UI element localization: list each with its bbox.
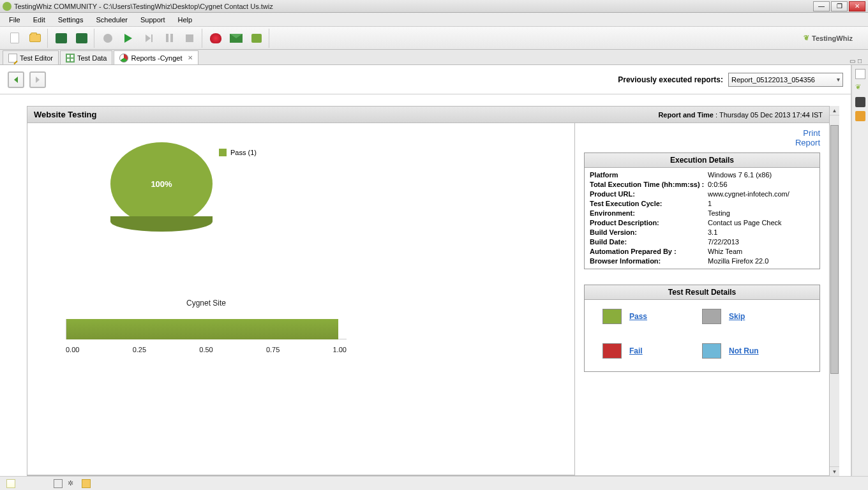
- exec-detail-row: Total Execution Time (hh:mm:ss) :0:0:56: [590, 180, 814, 189]
- mail-icon: [230, 34, 243, 43]
- print-link[interactable]: Print: [584, 128, 820, 138]
- prev-reports-label: Previously executed reports:: [618, 75, 723, 84]
- fail-link[interactable]: Fail: [629, 346, 643, 355]
- skip-link[interactable]: Skip: [729, 312, 745, 321]
- arrow-left-icon: [12, 76, 20, 84]
- bug-icon: [210, 33, 221, 43]
- brand-text: TestingWhiz: [812, 34, 853, 42]
- pie-chart-icon: [119, 54, 128, 63]
- tick: 0.75: [266, 346, 280, 353]
- report-header: Website Testing Report and Time : Thursd…: [27, 107, 829, 123]
- export-excel-alt-button[interactable]: [72, 29, 91, 47]
- arrow-right-icon: [34, 76, 41, 84]
- detail-pane: Print Report Execution Details PlatformW…: [575, 123, 829, 475]
- bar-plot-area: [66, 319, 347, 339]
- brand-icon: ❦: [804, 34, 809, 42]
- menu-help[interactable]: Help: [172, 15, 199, 25]
- pie-side: [110, 216, 213, 232]
- tick: 0.25: [133, 346, 146, 353]
- play-button[interactable]: [119, 29, 138, 47]
- brand-logo: ❦ TestingWhiz: [804, 34, 865, 42]
- sidebar-app-icon[interactable]: ❦: [855, 83, 865, 93]
- folder-icon: [29, 34, 41, 42]
- scroll-up-arrow[interactable]: ▲: [830, 106, 839, 115]
- exec-detail-row: Product Description:Contact us Page Chec…: [590, 218, 814, 228]
- exec-key: Total Execution Time (hh:mm:ss) :: [590, 180, 708, 189]
- notrun-swatch: [702, 343, 721, 359]
- excel-icon: [76, 33, 87, 43]
- sidebar-orange-icon[interactable]: [855, 111, 865, 121]
- status-icon-1[interactable]: [6, 479, 15, 488]
- menu-support[interactable]: Support: [134, 15, 172, 25]
- new-file-button[interactable]: [5, 29, 24, 47]
- menu-file[interactable]: File: [3, 15, 27, 25]
- status-restore-icon[interactable]: [54, 479, 63, 488]
- sidebar-restore-icon[interactable]: [855, 69, 865, 79]
- exec-value: Testing: [708, 209, 814, 218]
- scroll-down-arrow[interactable]: ▼: [830, 466, 839, 476]
- document-icon: [10, 33, 19, 43]
- report-select-combo[interactable]: Report_05122013_054356: [728, 73, 843, 87]
- exec-detail-row: PlatformWindows 7 6.1 (x86): [590, 170, 814, 180]
- exec-key: Platform: [590, 170, 708, 180]
- maximize-button[interactable]: ❐: [831, 1, 848, 11]
- fail-swatch: [602, 343, 622, 359]
- debug-button[interactable]: [206, 29, 225, 47]
- status-folder-icon[interactable]: [82, 479, 91, 488]
- minimize-view-icon[interactable]: ▭: [849, 57, 855, 64]
- exec-key: Product URL:: [590, 189, 708, 199]
- tab-test-editor[interactable]: Test Editor: [3, 50, 59, 64]
- status-gear-icon[interactable]: ✲: [68, 479, 77, 488]
- tick: 1.00: [333, 346, 347, 353]
- exec-detail-row: Environment:Testing: [590, 209, 814, 218]
- open-file-button[interactable]: [26, 29, 45, 47]
- execution-details-header: Execution Details: [585, 153, 819, 168]
- report-link[interactable]: Report: [584, 138, 820, 147]
- menu-scheduler[interactable]: Scheduler: [89, 15, 134, 25]
- exec-value: www.cygnet-infotech.com/: [708, 189, 814, 199]
- menu-settings[interactable]: Settings: [52, 15, 90, 25]
- maximize-view-icon[interactable]: □: [858, 57, 862, 64]
- export-excel-button[interactable]: [52, 29, 71, 47]
- stop-icon: [186, 34, 193, 42]
- tab-close-icon[interactable]: ✕: [188, 54, 193, 61]
- close-button[interactable]: ✕: [849, 1, 865, 11]
- exec-value: 7/22/2013: [708, 237, 814, 247]
- nav-forward-button[interactable]: [29, 71, 46, 88]
- pie-slice-pass: 100%: [110, 142, 213, 225]
- tab-test-data[interactable]: Test Data: [60, 50, 112, 64]
- exec-value: Contact us Page Check: [708, 218, 814, 228]
- report-title: Website Testing: [34, 110, 96, 119]
- stop-button[interactable]: [180, 29, 199, 47]
- result-notrun: Not Run: [702, 343, 802, 359]
- exec-detail-row: Browser Information:Mozilla Firefox 22.0: [590, 256, 814, 266]
- test-result-header: Test Result Details: [585, 285, 819, 300]
- pause-button[interactable]: [160, 29, 179, 47]
- status-bar: ✲: [0, 476, 868, 490]
- sidebar-dark-icon[interactable]: [855, 97, 865, 107]
- window-title: TestingWhiz COMMUNITY - C:\Users\Testing…: [14, 3, 813, 10]
- pass-link[interactable]: Pass: [629, 312, 647, 321]
- exec-detail-row: Product URL:www.cygnet-infotech.com/: [590, 189, 814, 199]
- mail-button[interactable]: [227, 29, 246, 47]
- minimize-button[interactable]: —: [813, 1, 830, 11]
- exec-value: 1: [708, 199, 814, 209]
- misc-button[interactable]: [247, 29, 266, 47]
- menu-edit[interactable]: Edit: [27, 15, 52, 25]
- scroll-thumb[interactable]: [830, 125, 839, 374]
- step-button[interactable]: [139, 29, 158, 47]
- execution-details-panel: Execution Details PlatformWindows 7 6.1 …: [584, 152, 820, 269]
- vertical-scrollbar[interactable]: ▲ ▼: [830, 106, 839, 476]
- pie-legend: Pass (1): [219, 149, 257, 156]
- main-toolbar: ❦ TestingWhiz: [0, 27, 868, 50]
- record-button[interactable]: [98, 29, 117, 47]
- nav-back-button[interactable]: [8, 71, 24, 88]
- app-icon: [3, 2, 11, 11]
- exec-value: 3.1: [708, 228, 814, 237]
- exec-detail-row: Build Version:3.1: [590, 228, 814, 237]
- tab-reports[interactable]: Reports -Cynget ✕: [114, 50, 198, 64]
- notrun-link[interactable]: Not Run: [729, 346, 759, 355]
- legend-swatch: [219, 149, 227, 156]
- report-nav-row: Previously executed reports: Report_0512…: [0, 65, 851, 94]
- exec-key: Browser Information:: [590, 256, 708, 266]
